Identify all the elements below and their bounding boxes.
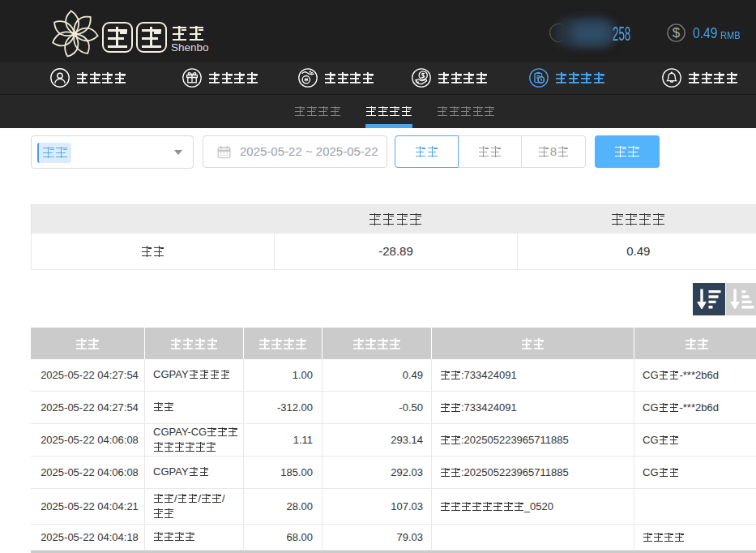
svg-text:$: $ [673, 25, 681, 41]
